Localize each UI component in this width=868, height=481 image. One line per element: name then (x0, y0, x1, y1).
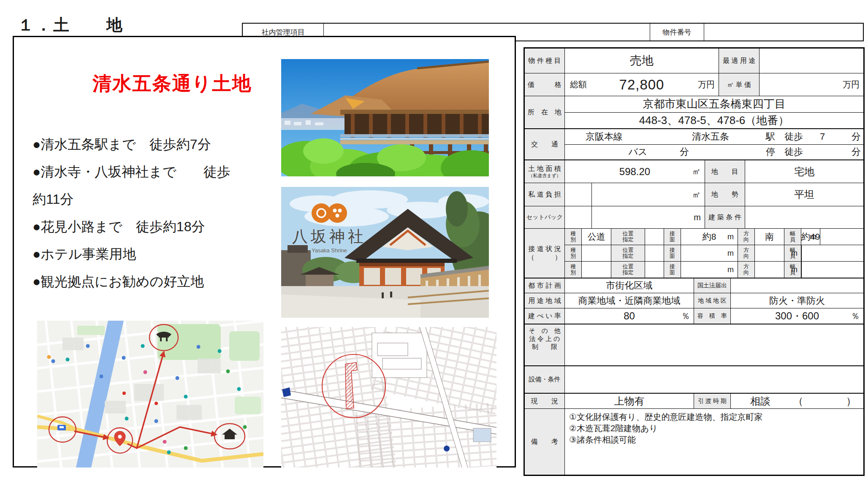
price-label: 価 格 (525, 73, 565, 96)
land-area-label: 土 地 面 積 (528, 165, 561, 173)
setback-unit: m (694, 213, 701, 222)
road-frontage-label2: （ ） (528, 253, 561, 262)
location-line1: 京都市東山区五条橋東四丁目 (643, 97, 786, 111)
building-conditions-value (745, 206, 863, 228)
city-plan-label: 都 市 計 画 (525, 278, 565, 293)
row-setback: セットバック m 建 築 条 件 (525, 206, 863, 228)
best-use-label: 最 適 用 途 (719, 49, 760, 73)
price-prefix: 総額 (570, 79, 587, 90)
row-private-road: 私 道 負 担 ㎡ 地 勢 平坦 (525, 183, 863, 206)
access-bus-label: バス (621, 146, 655, 158)
row-other-restrictions: そ の 他 法 令 上 の 制 限 (525, 324, 863, 365)
location-line2: 448-3、478-5、478-6（地番） (639, 113, 789, 128)
property-number-value (704, 24, 863, 41)
row-price: 価 格 総額 72,800 万円 ㎡ 単 価 万円 (525, 73, 863, 96)
floor-area-ratio-unit: ％ (851, 311, 860, 322)
zoning-label: 用 途 地 域 (525, 293, 565, 308)
cadastral-map-illustration (281, 327, 496, 467)
handover-value: 相談 (739, 395, 781, 408)
location-label: 所 在 地 (525, 96, 565, 128)
coverage-ratio-unit: ％ (681, 311, 690, 322)
road-frontage-label: 接 道 状 況 (528, 245, 561, 253)
kiyomizu-temple-photo (281, 59, 489, 176)
private-road-label: 私 道 負 担 (525, 183, 565, 206)
road3-type-label: 種別 (570, 264, 576, 276)
floor-area-ratio-label: 容 積 率 (694, 308, 731, 324)
road3-position-value (645, 262, 664, 278)
other-restrictions-label-line1: そ の 他 (529, 327, 561, 335)
road2-width-unit: m (791, 249, 797, 258)
land-area-value: 598.20 (619, 166, 650, 178)
road1-face-unit: m (727, 232, 734, 241)
land-area-unit: ㎡ (692, 166, 701, 177)
property-spec-table: 物 件 種 目 売地 最 適 用 途 価 格 総額 72,800 万円 ㎡ 単 … (524, 47, 865, 476)
access-stop-minutes-unit: 分 (848, 146, 865, 158)
floor-area-ratio-value: 300・600 (775, 309, 819, 323)
flyer-feature-list: ●清水五条駅まで 徒歩約7分 ●清水寺・八坂神社まで 徒歩 約11分 ●花見小路… (33, 131, 275, 295)
row-current-state: 現 況 上物有 引 渡 時 期 相談 （ ） (525, 393, 863, 408)
access-bus-minutes-unit: 分 (674, 146, 695, 158)
route-map-illustration (37, 321, 263, 467)
road1-face-value: 約8 (703, 231, 716, 243)
feature-line: 約11分 (33, 186, 275, 213)
feature-line: ●花見小路まで 徒歩約18分 (33, 213, 275, 240)
feature-line: ●清水寺・八坂神社まで 徒歩 (33, 158, 275, 186)
handover-paren-close: ） (845, 395, 857, 408)
other-restrictions-value (565, 324, 863, 365)
unit-price-label: ㎡ 単 価 (719, 73, 760, 96)
access-stop-walk-label: 停 徒歩 (757, 146, 812, 158)
row-land-area: 土 地 面 積 （私道含まず） 598.20 ㎡ 地 目 宅地 (525, 159, 863, 183)
road1-direction-value: 南 (755, 229, 784, 245)
district-label: 地 域 地 区 (694, 293, 731, 308)
property-type-label: 物 件 種 目 (525, 49, 565, 73)
station-icon (57, 425, 66, 430)
feature-line: ●清水五条駅まで 徒歩約7分 (33, 131, 275, 158)
row-remarks: 備 考 ①文化財保護有り、歴史的意匠建造物、指定京町家 ②木造瓦葺2階建物あり … (525, 408, 863, 475)
road1-width-unit: m (810, 232, 816, 241)
terrain-label: 地 勢 (705, 183, 745, 206)
flyer-panel: 清水五条通り土地 ●清水五条駅まで 徒歩約7分 ●清水寺・八坂神社まで 徒歩 約… (13, 36, 516, 467)
city-plan-value: 市街化区域 (565, 278, 694, 293)
road2-type-label: 種別 (570, 247, 576, 259)
property-type-value: 売地 (565, 49, 719, 73)
road3-direction-value (755, 262, 784, 278)
facilities-value (565, 366, 863, 393)
property-number-label: 物件番号 (650, 24, 704, 41)
current-state-label: 現 況 (525, 394, 565, 408)
road2-direction-label: 方向 (743, 247, 749, 259)
private-road-unit: ㎡ (692, 189, 701, 200)
access-walk-minutes: 7 (812, 131, 833, 142)
remarks-line: ③諸条件相談可能 (569, 434, 859, 446)
row-facilities: 設備・条件 (525, 365, 863, 393)
other-restrictions-label-line3: 制 限 (532, 343, 557, 351)
road1-width-label: 幅員 (789, 231, 795, 243)
access-rail-line: 京阪本線 (577, 130, 632, 143)
best-use-value (760, 49, 863, 73)
row-zoning: 用 途 地 域 商業地域・近隣商業地域 地 域 地 区 防火・準防火 (525, 293, 863, 308)
road2-position-label: 位置指定 (622, 247, 634, 259)
other-restrictions-label-line2: 法 令 上 の (529, 335, 560, 343)
unit-price-unit: 万円 (843, 79, 860, 90)
row-road-frontage: 接 道 状 況 （ ） 種別 公道 位置指定 接面 約8m 方向 南 幅員 約4… (525, 228, 863, 278)
row-city-plan: 都 市 計 画 市街化区域 国土法届出 (525, 278, 863, 293)
remarks-label: 備 考 (525, 409, 565, 475)
facilities-label: 設備・条件 (525, 366, 565, 393)
feature-line: ●観光拠点にお勧めの好立地 (33, 268, 275, 295)
road2-position-value (645, 245, 664, 261)
cadastral-map (281, 327, 496, 467)
district-value: 防火・準防火 (731, 293, 863, 308)
road1-face-label: 接面 (669, 231, 675, 243)
property-sheet-page: １．土 地 社内管理項目 物件番号 清水五条通り土地 ●清水五条駅まで 徒歩約7… (0, 0, 868, 481)
road1-type-value: 公道 (582, 229, 611, 245)
row-coverage-ratio: 建 ぺ い 率 80 ％ 容 積 率 300・600 ％ (525, 308, 863, 324)
road3-type-value (582, 262, 611, 278)
handover-paren-open: （ (792, 395, 805, 408)
access-station: 清水五条 (683, 130, 738, 143)
road3-face-unit: m (727, 265, 734, 274)
row-property-type: 物 件 種 目 売地 最 適 用 途 (525, 49, 863, 73)
price-value: 72,800 (619, 77, 665, 93)
road3-position-label: 位置指定 (622, 264, 634, 276)
building-conditions-label: 建 築 条 件 (705, 206, 745, 228)
yasaka-logo-text: 八坂神社 (292, 228, 366, 245)
land-area-sublabel: （私道含まず） (528, 173, 561, 178)
